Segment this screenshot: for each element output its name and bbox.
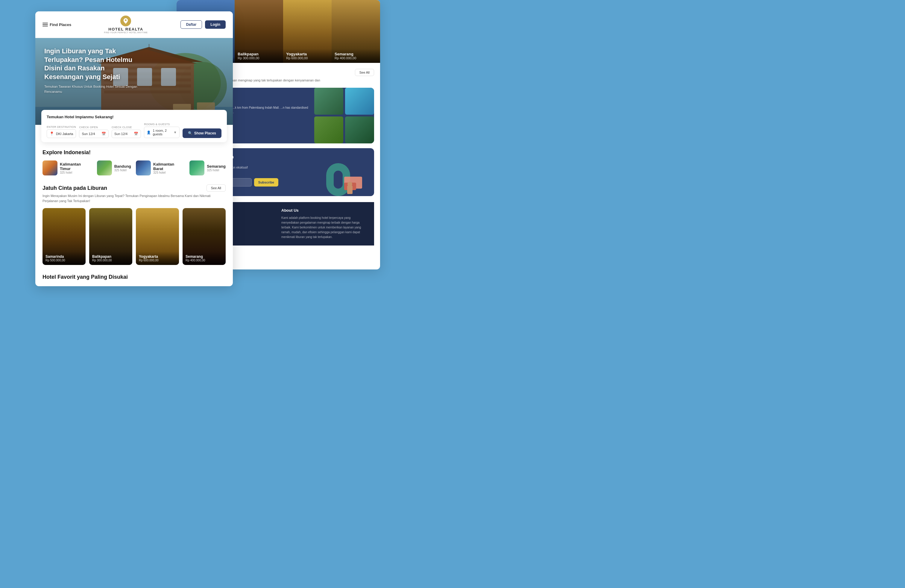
rooms-label: Rooms & Guests	[144, 123, 179, 126]
hotel-card-city-4: Semarang	[186, 254, 223, 259]
hotel-card-price-3: Rp 600.000,00	[139, 259, 176, 262]
back-city-2: Yogyakarta	[286, 52, 329, 56]
main-card: Find Places HOTEL REALTA FIND YOUR PERFE…	[35, 11, 233, 286]
calendar-open-icon: 📅	[102, 132, 106, 136]
calendar-close-icon: 📅	[134, 132, 138, 136]
back-top-img-2[interactable]: Balikpapan Rp 300.000,00	[235, 0, 283, 63]
explore-city-2: Bandung	[114, 164, 131, 168]
check-close-input[interactable]	[114, 132, 133, 136]
destination-input-wrapper[interactable]: 📍	[47, 129, 76, 138]
check-open-label: Check Open	[79, 126, 108, 129]
brand-tagline: FIND YOUR PERFECT HOTEL ANYTIME	[104, 32, 148, 33]
fall-in-love-desc: Ingin Merayakan Musim Ini dengan Liburan…	[43, 194, 225, 203]
hotel-card-2[interactable]: Balikpapan Rp 300.000,00	[89, 208, 132, 265]
explore-info-1: Kalimantan Timur 325 hotel	[60, 162, 92, 174]
check-open-input[interactable]	[82, 132, 100, 136]
explore-item-2[interactable]: Bandung 325 hotel	[97, 161, 131, 175]
svg-rect-1	[334, 171, 343, 189]
content-area: Explore Indonesia! Kalimantan Timur 325 …	[35, 142, 233, 286]
hotel-card-city-3: Yogyakarta	[139, 254, 176, 259]
hotel-card-1[interactable]: Samarinda Rp 500.000,00	[43, 208, 86, 265]
fall-in-love-header: Jatuh Cinta pada Liburan See All	[43, 184, 225, 192]
explore-img-4	[189, 161, 205, 175]
hotel-card-4[interactable]: Semarang Rp 400.000,00	[183, 208, 225, 265]
hamburger-line-3	[43, 26, 48, 26]
svg-point-5	[348, 182, 352, 186]
navbar: Find Places HOTEL REALTA FIND YOUR PERFE…	[35, 11, 233, 38]
hotel-card-overlay-3: Yogyakarta Rp 600.000,00	[136, 251, 179, 265]
search-box-title: Temukan Hotel Impianmu Sekarang!	[47, 114, 221, 119]
back-price-2: Rp 600.000,00	[286, 56, 329, 60]
fall-in-love-title: Jatuh Cinta pada Liburan	[43, 185, 107, 191]
explore-grid: Kalimantan Timur 325 hotel Bandung 325 h…	[43, 161, 225, 175]
destination-field: Enter Destination 📍	[47, 126, 76, 138]
navbar-left: Find Places	[43, 22, 71, 27]
hamburger-line-1	[43, 23, 48, 23]
footer-about-text: Kami adalah platform booking hotel terpe…	[281, 216, 368, 240]
hotel-card-overlay-1: Samarinda Rp 500.000,00	[43, 251, 86, 265]
hotel-card-city-1: Samarinda	[46, 254, 83, 259]
explore-info-3: Kalimantan Barat 325 hotel	[153, 162, 185, 174]
person-icon: 👤	[147, 130, 151, 134]
explore-item-1[interactable]: Kalimantan Timur 325 hotel	[43, 161, 92, 175]
hotel-card-price-2: Rp 300.000,00	[92, 259, 129, 262]
back-top-img-4[interactable]: Semarang Rp 400.000,00	[332, 0, 380, 63]
explore-img-1	[43, 161, 57, 175]
hotel-photo-3[interactable]	[314, 116, 343, 143]
explore-count-1: 325 hotel	[60, 171, 92, 174]
hotel-card-overlay-2: Balikpapan Rp 300.000,00	[89, 251, 132, 265]
check-close-field: Check Close 📅	[112, 126, 141, 138]
back-city-1: Balikpapan	[238, 52, 280, 56]
back-price-3: Rp 400.000,00	[335, 56, 377, 60]
check-close-wrapper[interactable]: 📅	[112, 130, 141, 138]
show-places-button[interactable]: 🔍 Show Places	[183, 129, 221, 138]
hotel-photo-4[interactable]	[345, 116, 374, 143]
chevron-down-icon: ▼	[173, 130, 177, 134]
back-price-1: Rp 300.000,00	[238, 56, 280, 60]
show-places-label: Show Places	[194, 131, 216, 135]
brand-name: HOTEL REALTA	[104, 27, 148, 32]
rooms-select[interactable]: 👤 1 room, 2 guests ▼	[144, 127, 179, 138]
explore-item-4[interactable]: Semarang 325 hotel	[189, 161, 225, 175]
explore-img-3	[136, 161, 151, 175]
hotel-card-price-4: Rp 400.000,00	[186, 259, 223, 262]
hotel-photo-2[interactable]	[345, 88, 374, 114]
explore-count-3: 325 hotel	[153, 171, 185, 174]
back-see-all-button[interactable]: See All	[355, 69, 374, 76]
subscribe-art	[317, 154, 371, 196]
check-open-wrapper[interactable]: 📅	[79, 130, 108, 138]
hotel-card-3[interactable]: Yogyakarta Rp 600.000,00	[136, 208, 179, 265]
hotel-photo-1[interactable]	[314, 88, 343, 114]
check-open-field: Check Open 📅	[79, 126, 108, 138]
explore-count-2: 325 hotel	[114, 168, 131, 172]
hotel-card-city-2: Balikpapan	[92, 254, 129, 259]
hero-content: Ingin Liburan yang Tak Terlupakan? Pesan…	[44, 47, 140, 94]
search-btn-icon: 🔍	[188, 131, 192, 135]
footer-about-title: About Us	[281, 208, 368, 213]
explore-info-4: Semarang 325 hotel	[207, 164, 225, 172]
navbar-brand: HOTEL REALTA FIND YOUR PERFECT HOTEL ANY…	[104, 16, 148, 33]
hero-title: Ingin Liburan yang Tak Terlupakan? Pesan…	[44, 47, 140, 81]
explore-city-4: Semarang	[207, 164, 225, 168]
explore-item-3[interactable]: Kalimantan Barat 325 hotel	[136, 161, 185, 175]
hotel-card-overlay-4: Semarang Rp 400.000,00	[183, 251, 225, 265]
hamburger-icon[interactable]	[43, 23, 48, 26]
destination-input[interactable]	[56, 132, 73, 136]
explore-count-4: 325 hotel	[207, 168, 225, 172]
search-fields: Enter Destination 📍 Check Open 📅 Check C…	[47, 123, 221, 138]
back-city-3: Semarang	[335, 52, 377, 56]
rooms-value: 1 room, 2 guests	[152, 129, 171, 136]
navbar-right: Daftar Login	[181, 21, 225, 29]
see-all-button[interactable]: See All	[206, 184, 225, 192]
back-top-img-3[interactable]: Yogyakarta Rp 600.000,00	[283, 0, 332, 63]
brand-icon	[120, 16, 131, 26]
explore-city-3: Kalimantan Barat	[153, 162, 185, 171]
find-places-label: Find Places	[50, 22, 71, 27]
check-close-label: Check Close	[112, 126, 141, 129]
hamburger-line-2	[43, 24, 48, 25]
subscribe-button[interactable]: Subscribe	[254, 178, 278, 186]
login-button[interactable]: Login	[205, 21, 225, 29]
daftar-button[interactable]: Daftar	[181, 21, 202, 29]
explore-img-2	[97, 161, 112, 175]
footer-col-about: About Us Kami adalah platform booking ho…	[281, 208, 368, 240]
